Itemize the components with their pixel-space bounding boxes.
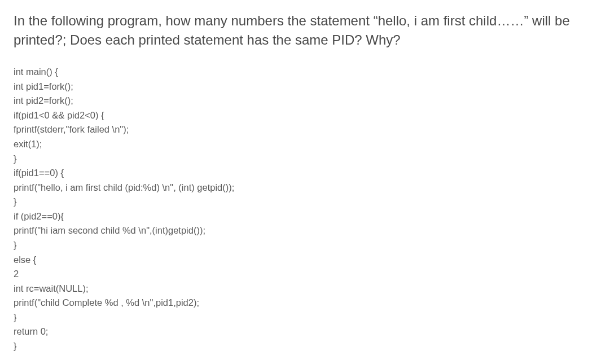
question-text: In the following program, how many numbe… xyxy=(14,11,583,49)
code-block: int main() { int pid1=fork(); int pid2=f… xyxy=(14,65,583,353)
